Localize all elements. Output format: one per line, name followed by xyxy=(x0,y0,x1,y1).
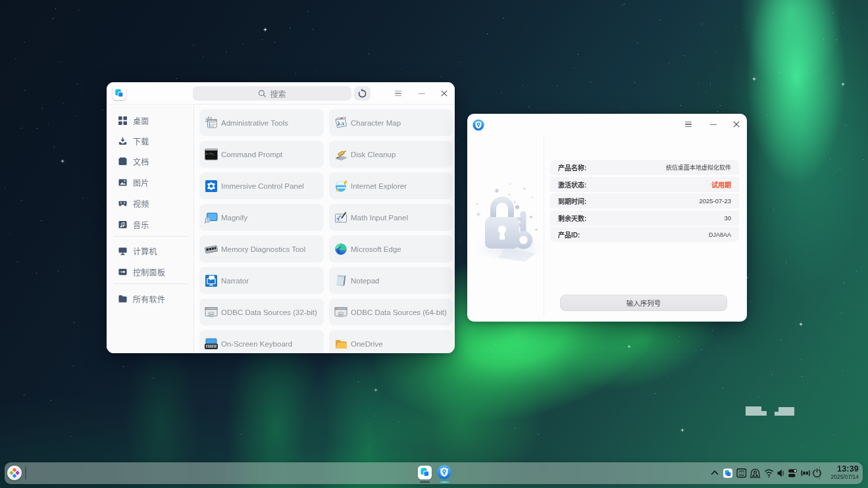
svg-text:C:\>_: C:\>_ xyxy=(206,151,215,155)
